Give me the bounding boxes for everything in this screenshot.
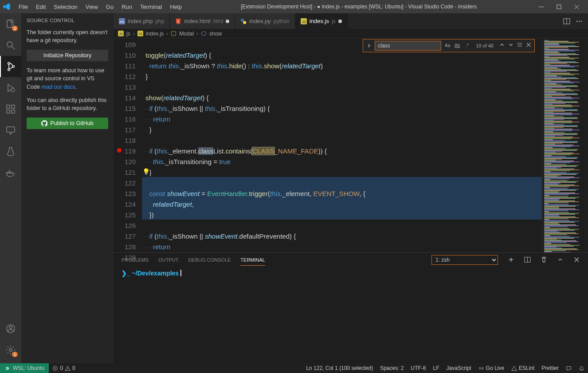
dirty-indicator-icon bbox=[338, 20, 342, 23]
status-cursor-position[interactable]: Ln 122, Col 1 (100 selected) bbox=[302, 365, 376, 371]
window-title: [Extension Development Host] - ● index.j… bbox=[185, 4, 532, 10]
code-editor[interactable]: Aa Ab .* 10 of 40 1091101111121131141151… bbox=[114, 39, 588, 252]
activity-account[interactable] bbox=[0, 318, 21, 339]
broadcast-icon bbox=[478, 365, 484, 371]
find-expand-icon[interactable] bbox=[366, 43, 372, 49]
status-eol[interactable]: LF bbox=[430, 365, 443, 371]
match-whole-word-icon[interactable]: Ab bbox=[454, 42, 461, 49]
activity-docker[interactable] bbox=[0, 162, 21, 184]
initialize-repository-button[interactable]: Initialize Repository bbox=[27, 50, 108, 61]
svg-point-28 bbox=[581, 20, 582, 22]
menu-edit[interactable]: Edit bbox=[32, 2, 49, 12]
svg-point-27 bbox=[579, 20, 580, 22]
menu-run[interactable]: Run bbox=[118, 2, 136, 12]
editor-content[interactable]: ··toggle(relatedTarget) {····return this… bbox=[142, 39, 542, 252]
more-actions-icon[interactable] bbox=[576, 18, 583, 25]
breakpoint-icon[interactable] bbox=[117, 148, 122, 153]
tab-lang: python bbox=[274, 18, 290, 24]
status-prettier[interactable]: Prettier bbox=[538, 365, 562, 371]
svg-text:JS: JS bbox=[138, 32, 142, 36]
svg-rect-8 bbox=[12, 110, 15, 113]
menu-bar[interactable]: FileEditSelectionViewGoRunTerminalHelp bbox=[15, 2, 185, 12]
close-panel-button[interactable] bbox=[573, 256, 580, 264]
activity-search[interactable] bbox=[0, 35, 21, 56]
find-selection-icon[interactable] bbox=[517, 40, 523, 51]
regex-icon[interactable]: .* bbox=[463, 42, 470, 49]
editor-tab-index-html[interactable]: 5index.htmlhtml bbox=[170, 13, 235, 29]
minimap[interactable] bbox=[542, 39, 588, 252]
find-prev-button[interactable] bbox=[499, 40, 505, 51]
panel-tab-output[interactable]: OUTPUT bbox=[158, 255, 178, 265]
window-close-button[interactable] bbox=[568, 0, 585, 13]
terminal-shell-select[interactable]: 1: zsh bbox=[431, 255, 498, 265]
svg-rect-6 bbox=[7, 105, 10, 108]
panel-tab-debug-console[interactable]: DEBUG CONSOLE bbox=[188, 255, 231, 265]
find-count: 10 of 40 bbox=[476, 40, 494, 51]
explorer-badge: 2 bbox=[12, 26, 18, 31]
menu-view[interactable]: View bbox=[82, 2, 102, 12]
svg-point-36 bbox=[480, 367, 482, 369]
menu-file[interactable]: File bbox=[15, 2, 31, 12]
svg-rect-14 bbox=[9, 170, 10, 172]
menu-help[interactable]: Help bbox=[166, 2, 185, 12]
status-indentation[interactable]: Spaces: 2 bbox=[376, 365, 407, 371]
bell-icon bbox=[579, 365, 584, 371]
activity-extensions[interactable] bbox=[0, 98, 21, 120]
maximize-panel-button[interactable] bbox=[557, 256, 564, 264]
editor-tab-index-js[interactable]: JSindex.jsjs bbox=[295, 13, 348, 29]
publish-to-github-button[interactable]: Publish to GitHub bbox=[27, 118, 108, 129]
menu-go[interactable]: Go bbox=[102, 2, 117, 12]
window-maximize-button[interactable] bbox=[550, 0, 568, 13]
kill-terminal-button[interactable] bbox=[541, 256, 547, 264]
breadcrumbs[interactable]: JS js› JS index.js› Modal› show bbox=[114, 29, 588, 39]
tab-label: index.py bbox=[249, 18, 270, 24]
svg-point-22 bbox=[243, 21, 246, 24]
status-eslint[interactable]: ESLint bbox=[508, 365, 538, 371]
svg-point-17 bbox=[9, 349, 12, 351]
window-minimize-button[interactable] bbox=[532, 0, 550, 13]
match-case-icon[interactable]: Aa bbox=[444, 42, 451, 49]
status-problems[interactable]: 0 0 bbox=[49, 365, 78, 371]
eslint-warn-icon bbox=[511, 365, 517, 371]
split-editor-icon[interactable] bbox=[563, 18, 570, 25]
tab-label: index.js bbox=[310, 18, 329, 24]
panel-tab-terminal[interactable]: TERMINAL bbox=[240, 255, 265, 266]
menu-selection[interactable]: Selection bbox=[50, 2, 81, 12]
svg-point-26 bbox=[576, 20, 578, 22]
terminal-path: ~/Dev/examples bbox=[132, 270, 179, 277]
svg-point-1 bbox=[7, 42, 12, 47]
activity-settings[interactable]: 1 bbox=[0, 339, 21, 361]
panel-tabs: PROBLEMSOUTPUTDEBUG CONSOLETERMINAL 1: z… bbox=[114, 253, 588, 267]
find-input[interactable] bbox=[375, 41, 441, 51]
svg-rect-10 bbox=[7, 127, 15, 132]
activity-explorer[interactable]: 2 bbox=[0, 13, 21, 35]
tab-label: index.html bbox=[184, 18, 210, 24]
split-terminal-button[interactable] bbox=[524, 256, 531, 264]
editor-tab-index-py[interactable]: index.pypython bbox=[235, 13, 295, 29]
read-docs-link[interactable]: read our docs bbox=[41, 84, 75, 90]
class-symbol-icon bbox=[171, 31, 176, 36]
editor-gutter[interactable]: 109110111112113114115116117118119120💡121… bbox=[114, 39, 142, 252]
activity-source-control[interactable] bbox=[0, 56, 21, 77]
find-close-button[interactable] bbox=[525, 40, 532, 51]
editor-tab-index-php[interactable]: phpindex.phpphp bbox=[114, 13, 170, 29]
activity-run-debug[interactable] bbox=[0, 77, 21, 98]
bottom-panel: PROBLEMSOUTPUTDEBUG CONSOLETERMINAL 1: z… bbox=[114, 252, 588, 363]
activity-testing[interactable] bbox=[0, 141, 21, 162]
new-terminal-button[interactable] bbox=[508, 256, 514, 264]
title-bar: FileEditSelectionViewGoRunTerminalHelp [… bbox=[0, 0, 588, 13]
tab-label: index.php bbox=[128, 18, 153, 24]
status-feedback[interactable] bbox=[562, 365, 575, 371]
sidebar-publish-message: You can also directly publish this folde… bbox=[27, 96, 108, 112]
status-golive[interactable]: Go Live bbox=[475, 365, 508, 371]
status-language[interactable]: JavaScript bbox=[443, 365, 475, 371]
status-bell[interactable] bbox=[575, 365, 588, 371]
terminal[interactable]: ❯_ ~/Dev/examples bbox=[114, 267, 588, 363]
menu-terminal[interactable]: Terminal bbox=[137, 2, 165, 12]
activity-remote-explorer[interactable] bbox=[0, 120, 21, 141]
find-next-button[interactable] bbox=[508, 40, 514, 51]
status-encoding[interactable]: UTF-8 bbox=[408, 365, 430, 371]
status-remote[interactable]: WSL: Ubuntu bbox=[0, 363, 49, 373]
svg-point-21 bbox=[241, 18, 244, 21]
sidebar-message-no-repo: The folder currently open doesn't have a… bbox=[27, 28, 108, 44]
